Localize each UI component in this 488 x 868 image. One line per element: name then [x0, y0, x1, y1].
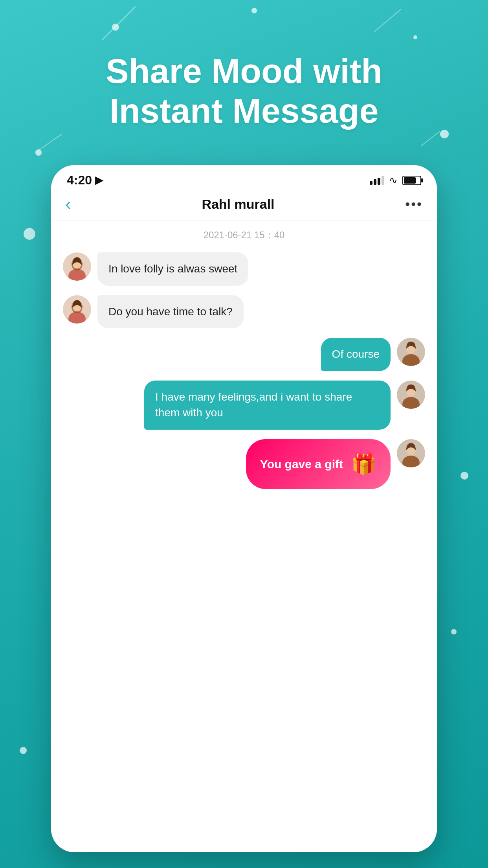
chat-header: ‹ Rahl murall •••: [51, 191, 437, 221]
gift-text: You gave a gift: [260, 456, 343, 473]
avatar: [397, 338, 425, 366]
back-button[interactable]: ‹: [65, 195, 71, 213]
message-bubble: Do you have time to talk?: [97, 295, 244, 329]
message-bubble: Of course: [321, 338, 391, 371]
message-row: In love folly is alwas sweet: [63, 252, 425, 286]
battery-icon: [402, 176, 421, 185]
hero-section: Share Mood with Instant Message: [31, 51, 457, 131]
gift-icon: 🎁: [351, 449, 376, 479]
location-icon: ▶: [95, 174, 103, 186]
avatar: [397, 439, 425, 467]
message-bubble: I have many feelings,and i want to share…: [144, 381, 391, 430]
status-bar: 4:20 ▶ ∿: [51, 165, 437, 191]
wifi-icon: ∿: [389, 174, 398, 186]
avatar: [397, 381, 425, 409]
hero-title: Share Mood with Instant Message: [31, 51, 457, 131]
message-bubble: In love folly is alwas sweet: [97, 252, 248, 286]
signal-icon: [370, 176, 384, 185]
message-row: Of course: [63, 338, 425, 371]
more-options-button[interactable]: •••: [405, 197, 423, 212]
message-row: You gave a gift 🎁: [63, 439, 425, 489]
chat-title: Rahl murall: [202, 197, 274, 212]
phone-mockup: 4:20 ▶ ∿ ‹ Rahl murall ••• 2021-06-21 15…: [51, 165, 437, 852]
avatar: [63, 295, 91, 324]
gift-message-bubble: You gave a gift 🎁: [246, 439, 391, 489]
chat-timestamp: 2021-06-21 15：40: [63, 229, 425, 241]
status-icons: ∿: [370, 174, 421, 186]
chat-area: 2021-06-21 15：40 In love folly is alwas …: [51, 221, 437, 852]
status-time: 4:20 ▶: [67, 173, 103, 188]
message-row: Do you have time to talk?: [63, 295, 425, 329]
message-row: I have many feelings,and i want to share…: [63, 381, 425, 430]
avatar: [63, 252, 91, 281]
